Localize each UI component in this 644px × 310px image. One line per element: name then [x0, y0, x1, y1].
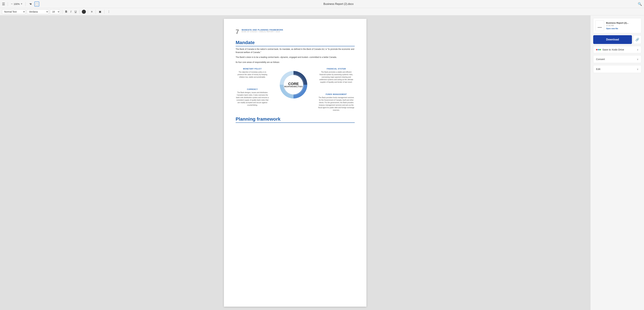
xodo-sq-green	[600, 49, 601, 50]
page-header: 7 MANDATE AND PLANNING FRAMEWORK BANK OF…	[236, 29, 355, 35]
financial-system-section: FINANCIAL SYSTEM The Bank promotes a sta…	[318, 68, 355, 83]
zoom-in-button[interactable]: +	[20, 2, 23, 6]
style-select[interactable]: Normal Text Heading 1 Heading 2	[2, 10, 26, 14]
underline-button[interactable]: U	[74, 10, 78, 14]
format-sep-5	[104, 10, 104, 14]
edit-chevron-icon: ∨	[637, 68, 638, 70]
file-name: Business Report (2)...	[606, 22, 639, 24]
monetary-policy-section: MONETARY POLICY The objective of monetar…	[236, 68, 269, 78]
convert-label: Convert	[596, 58, 605, 60]
xodo-logo-icon	[596, 49, 601, 50]
file-info-card: Business Report (2)... 17.01 KB Open new…	[593, 18, 641, 33]
donut-label: CORE RESPONSIBILITIES	[284, 82, 303, 88]
toolbar-format: Normal Text Heading 1 Heading 2 Verdana …	[0, 8, 644, 16]
funds-management-body: The Bank provides funds management servi…	[318, 96, 355, 112]
search-icon[interactable]: 🔍	[638, 2, 642, 6]
convert-chevron-icon: ∨	[637, 58, 638, 60]
link-icon-button[interactable]: 🔗	[633, 35, 641, 44]
core-donut-center: CORE RESPONSIBILITIES	[269, 68, 318, 102]
edit-section[interactable]: Edit ∨	[593, 65, 641, 73]
currency-title: CURRENCY	[236, 88, 269, 90]
divider-2	[26, 2, 26, 6]
download-row: Download 🔗	[593, 35, 641, 44]
italic-button[interactable]: I	[70, 10, 72, 14]
monetary-policy-body: The objective of monetary policy is to p…	[236, 71, 269, 78]
main-area: 7 MANDATE AND PLANNING FRAMEWORK BANK OF…	[0, 16, 644, 310]
format-sep-4	[96, 10, 96, 14]
core-label: CORE	[284, 82, 303, 86]
document-title: Business Report (2).docx	[41, 2, 636, 6]
currency-body: The Bank designs, issues and distributes…	[236, 91, 269, 106]
divider-1	[8, 2, 8, 6]
mandate-para-2: The Bank's vision is to be a leading cen…	[236, 56, 355, 59]
thumb-line-5	[598, 27, 602, 28]
document-viewer[interactable]: 7 MANDATE AND PLANNING FRAMEWORK BANK OF…	[0, 16, 590, 310]
zoom-control: − 100% +	[10, 2, 23, 6]
select-tool-icon[interactable]: ⬚	[34, 2, 39, 6]
format-sep-1	[62, 10, 62, 14]
file-thumbnail	[595, 20, 604, 31]
donut-chart: CORE RESPONSIBILITIES	[277, 68, 310, 102]
image-button[interactable]: ▣	[98, 10, 102, 14]
left-responsibilities: MONETARY POLICY The objective of monetar…	[236, 68, 269, 106]
xodo-label: Save to Xodo Drive	[602, 48, 624, 51]
file-size: 17.01 KB	[606, 24, 639, 26]
xodo-sq-blue	[598, 49, 599, 50]
more-options-button[interactable]: ⋮	[106, 10, 111, 14]
right-responsibilities: FINANCIAL SYSTEM The Bank promotes a sta…	[318, 68, 355, 112]
right-panel: Business Report (2)... 17.01 KB Open new…	[590, 16, 644, 310]
xodo-left: Save to Xodo Drive	[596, 48, 624, 51]
mandate-heading: Mandate	[236, 40, 355, 46]
financial-system-title: FINANCIAL SYSTEM	[318, 68, 355, 70]
save-to-xodo-row[interactable]: Save to Xodo Drive ∨	[593, 46, 641, 53]
funds-management-section: FUNDS MANAGEMENT The Bank provides funds…	[318, 94, 355, 112]
zoom-value[interactable]: 100%	[14, 3, 20, 5]
section-sub: BANK OF CANADA • ANNUAL REPORT • 2019	[242, 31, 283, 32]
responsibilities-label: RESPONSIBILITIES	[284, 86, 303, 88]
funds-management-title: FUNDS MANAGEMENT	[318, 94, 355, 95]
edit-label: Edit	[596, 68, 600, 70]
mandate-para-3: Its four core areas of responsibility ar…	[236, 61, 355, 64]
document-page: 7 MANDATE AND PLANNING FRAMEWORK BANK OF…	[224, 19, 366, 307]
link-icon: 🔗	[636, 38, 639, 42]
planning-heading: Planning framework	[236, 116, 355, 123]
xodo-chevron-icon: ∨	[637, 48, 638, 51]
file-info-details: Business Report (2)... 17.01 KB Open new…	[606, 22, 639, 30]
color-picker[interactable]	[82, 10, 86, 14]
page-number: 7	[236, 29, 239, 35]
currency-section: CURRENCY The Bank designs, issues and di…	[236, 88, 269, 106]
monetary-policy-title: MONETARY POLICY	[236, 68, 269, 70]
section-title: MANDATE AND PLANNING FRAMEWORK	[242, 29, 283, 31]
list-button[interactable]: ≡	[90, 10, 94, 14]
xodo-sq-red	[596, 49, 598, 50]
bold-button[interactable]: B	[64, 10, 68, 14]
open-new-file-link[interactable]: Open new file	[606, 28, 618, 30]
zoom-out-button[interactable]: −	[10, 2, 13, 6]
download-button[interactable]: Download	[593, 35, 632, 44]
font-select[interactable]: Verdana Arial Times New Roman	[27, 10, 49, 14]
page-header-text: MANDATE AND PLANNING FRAMEWORK BANK OF C…	[242, 29, 283, 32]
mandate-para-1: The Bank of Canada is the nation's centr…	[236, 48, 355, 54]
convert-section[interactable]: Convert ∨	[593, 55, 641, 63]
pan-tool-icon[interactable]: ☚	[28, 2, 32, 6]
font-size-select[interactable]: 18 16 20 24	[50, 10, 60, 14]
core-diagram: MONETARY POLICY The objective of monetar…	[236, 68, 355, 112]
toolbar-top: ☰ − 100% + ☚ ⬚ Business Report (2).docx …	[0, 0, 644, 8]
menu-icon[interactable]: ☰	[2, 2, 5, 6]
financial-system-body: The Bank promotes a stable and efficient…	[318, 71, 355, 83]
